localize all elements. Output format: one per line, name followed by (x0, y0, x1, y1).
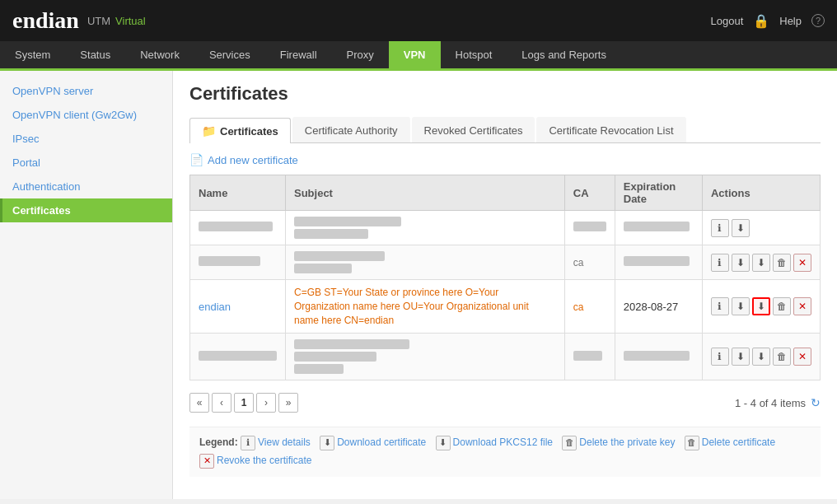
legend-info-icon: ℹ (241, 436, 255, 450)
action-download[interactable]: ⬇ (732, 297, 750, 315)
nav-network[interactable]: Network (125, 41, 194, 68)
cell-actions: ℹ ⬇ ⬇ 🗑 ✕ (702, 245, 820, 280)
action-delete-key[interactable]: 🗑 (773, 348, 791, 366)
sidebar-item-certificates[interactable]: Certificates (0, 198, 172, 222)
table-row: ℹ ⬇ (190, 211, 821, 245)
cell-name: endian (190, 280, 286, 334)
cert-name-endian[interactable]: endian (199, 301, 231, 313)
header: endian UTM Virtual Logout 🔒 Help ? (0, 0, 837, 41)
cell-exp (615, 245, 702, 280)
legend-delete-key-link[interactable]: Delete the private key (579, 434, 675, 452)
logo-utm: UTM (87, 15, 110, 27)
pagination-current[interactable]: 1 (234, 393, 254, 413)
cell-ca (564, 334, 615, 380)
legend-label: Legend: (199, 436, 238, 448)
cell-subject (286, 211, 565, 245)
pagination-prev[interactable]: ‹ (212, 393, 231, 413)
nav-firewall[interactable]: Firewall (265, 41, 332, 68)
tab-certificate-revocation-list[interactable]: Certificate Revocation List (536, 117, 685, 142)
pagination-next[interactable]: › (256, 393, 276, 413)
logo: endian UTM Virtual (12, 7, 146, 34)
nav-services[interactable]: Services (194, 41, 265, 68)
legend-pkcs12-icon: ⬇ (436, 436, 451, 450)
legend-delete-cert: 🗑 Delete certificate (685, 434, 775, 452)
cell-exp (615, 211, 702, 245)
logo-endian: endian (12, 7, 79, 34)
col-expiration: Expiration Date (615, 175, 702, 211)
nav-proxy[interactable]: Proxy (332, 41, 389, 68)
cell-actions: ℹ ⬇ (702, 211, 820, 245)
action-pkcs12[interactable]: ⬇ (752, 254, 770, 272)
sidebar: OpenVPN server OpenVPN client (Gw2Gw) IP… (0, 71, 173, 499)
action-download[interactable]: ⬇ (732, 348, 750, 366)
legend-download-pkcs12: ⬇ Download PKCS12 file (436, 434, 553, 452)
legend-pkcs12-link[interactable]: Download PKCS12 file (453, 434, 553, 452)
nav-hotspot[interactable]: Hotspot (441, 41, 507, 68)
layout: OpenVPN server OpenVPN client (Gw2Gw) IP… (0, 71, 837, 499)
nav-system[interactable]: System (0, 41, 65, 68)
cell-subject (286, 245, 565, 280)
nav-vpn[interactable]: VPN (389, 41, 441, 68)
action-revoke[interactable]: ✕ (793, 297, 811, 315)
logo-virtual: Virtual (115, 15, 146, 27)
action-group: ℹ ⬇ ⬇ 🗑 ✕ (711, 254, 811, 272)
main-nav: System Status Network Services Firewall … (0, 41, 837, 71)
sidebar-item-openvpn-client[interactable]: OpenVPN client (Gw2Gw) (0, 103, 172, 127)
cell-exp (615, 334, 702, 380)
logout-link[interactable]: Logout (710, 15, 743, 27)
action-group: ℹ ⬇ ⬇ 🗑 ✕ (711, 348, 811, 366)
action-group: ℹ ⬇ (711, 219, 811, 237)
action-info[interactable]: ℹ (711, 348, 729, 366)
pagination-last[interactable]: » (278, 393, 298, 413)
legend-view-details-link[interactable]: View details (258, 434, 311, 452)
table-header-row: Name Subject CA Expiration Date Actions (190, 175, 821, 211)
legend-revoke-link[interactable]: Revoke the certificate (217, 452, 311, 470)
page-info: 1 - 4 of 4 items ↻ (735, 396, 821, 409)
legend-download-cert-link[interactable]: Download certificate (337, 434, 426, 452)
pagination: « ‹ 1 › » 1 - 4 of 4 items ↻ (189, 389, 821, 417)
nav-logs-reports[interactable]: Logs and Reports (507, 41, 621, 68)
page-controls: « ‹ 1 › » (189, 393, 298, 413)
cell-subject (286, 334, 565, 380)
tab-revoked-certificates[interactable]: Revoked Certificates (412, 117, 535, 142)
cell-subject: C=GB ST=Your State or province here O=Yo… (286, 280, 565, 334)
help-link[interactable]: Help (779, 15, 802, 27)
sidebar-item-openvpn-server[interactable]: OpenVPN server (0, 79, 172, 103)
action-revoke[interactable]: ✕ (793, 254, 811, 272)
action-info[interactable]: ℹ (711, 219, 729, 237)
lock-icon: 🔒 (753, 13, 769, 29)
action-info[interactable]: ℹ (711, 254, 729, 272)
action-revoke[interactable]: ✕ (793, 348, 811, 366)
tab-certificate-authority[interactable]: Certificate Authority (292, 117, 410, 142)
pagination-first[interactable]: « (189, 393, 209, 413)
cell-ca: ca (564, 245, 615, 280)
action-pkcs12[interactable]: ⬇ (752, 297, 770, 315)
cell-name (190, 334, 286, 380)
add-new-certificate-link[interactable]: 📄 Add new certificate (189, 153, 821, 166)
legend-delete-cert-icon: 🗑 (685, 436, 699, 450)
action-delete-key[interactable]: 🗑 (773, 297, 791, 315)
legend: Legend: ℹ View details ⬇ Download certif… (189, 427, 821, 476)
sidebar-item-portal[interactable]: Portal (0, 151, 172, 175)
cell-exp: 2028-08-27 (615, 280, 702, 334)
col-ca: CA (564, 175, 615, 211)
table-row: endian C=GB ST=Your State or province he… (190, 280, 821, 334)
cert-subject-endian: C=GB ST=Your State or province here O=Yo… (294, 287, 529, 326)
nav-status[interactable]: Status (65, 41, 125, 68)
legend-delete-cert-link[interactable]: Delete certificate (702, 434, 775, 452)
col-name: Name (190, 175, 286, 211)
action-info[interactable]: ℹ (711, 297, 729, 315)
table-row: ℹ ⬇ ⬇ 🗑 ✕ (190, 334, 821, 380)
action-delete-key[interactable]: 🗑 (773, 254, 791, 272)
cell-name (190, 211, 286, 245)
action-download[interactable]: ⬇ (732, 254, 750, 272)
sidebar-item-authentication[interactable]: Authentication (0, 175, 172, 198)
tab-certificates[interactable]: 📁 Certificates (189, 118, 291, 143)
action-pkcs12[interactable]: ⬇ (752, 348, 770, 366)
legend-info: ℹ View details (241, 434, 311, 452)
header-right: Logout 🔒 Help ? (710, 13, 825, 29)
sidebar-item-ipsec[interactable]: IPsec (0, 127, 172, 151)
col-subject: Subject (286, 175, 565, 211)
action-download[interactable]: ⬇ (732, 219, 750, 237)
refresh-icon[interactable]: ↻ (811, 396, 821, 409)
